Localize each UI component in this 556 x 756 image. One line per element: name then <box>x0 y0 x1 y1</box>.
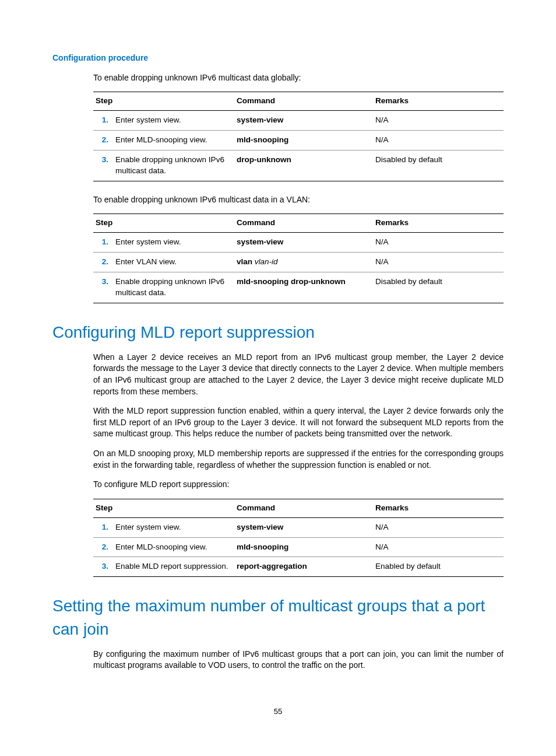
th-command: Command <box>234 214 373 233</box>
heading-max-groups: Setting the maximum number of multicast … <box>52 594 504 640</box>
intro-vlan: To enable dropping unknown IPv6 multicas… <box>93 194 504 206</box>
paragraph: By configuring the maximum number of IPv… <box>93 649 504 671</box>
remarks-text: N/A <box>373 130 504 150</box>
step-desc: Enable dropping unknown IPv6 multicast d… <box>113 272 234 303</box>
remarks-text: N/A <box>373 233 504 253</box>
step-number: 2. <box>93 130 113 150</box>
remarks-text: N/A <box>373 253 504 272</box>
table-row: 1. Enter system view. system-view N/A <box>93 233 504 253</box>
remarks-text: N/A <box>373 517 504 537</box>
th-remarks: Remarks <box>373 92 504 111</box>
intro-global: To enable dropping unknown IPv6 multicas… <box>93 72 504 84</box>
paragraph: On an MLD snooping proxy, MLD membership… <box>93 448 504 471</box>
command-text: mld-snooping <box>234 130 373 150</box>
remarks-text: N/A <box>373 111 504 131</box>
step-desc: Enter system view. <box>113 517 234 537</box>
command-text: system-view <box>234 517 373 537</box>
remarks-text: Enabled by default <box>373 557 504 577</box>
th-step: Step <box>93 92 234 111</box>
step-desc: Enter MLD-snooping view. <box>113 537 234 557</box>
table-row: 1. Enter system view. system-view N/A <box>93 517 504 537</box>
step-number: 3. <box>93 150 113 181</box>
command-text: mld-snooping <box>234 537 373 557</box>
command-text: report-aggregation <box>234 557 373 577</box>
subheading-config-procedure: Configuration procedure <box>52 52 504 64</box>
page-number: 55 <box>52 706 504 717</box>
step-desc: Enter system view. <box>113 233 234 253</box>
step-desc: Enter VLAN view. <box>113 253 234 272</box>
th-remarks: Remarks <box>373 499 504 517</box>
command-text: system-view <box>234 111 373 131</box>
table-row: 2. Enter MLD-snooping view. mld-snooping… <box>93 130 504 150</box>
table-row: 3. Enable dropping unknown IPv6 multicas… <box>93 150 504 181</box>
step-desc: Enter system view. <box>113 111 234 131</box>
paragraph: With the MLD report suppression function… <box>93 405 504 440</box>
command-text: system-view <box>234 233 373 253</box>
heading-mld-suppression: Configuring MLD report suppression <box>52 321 504 344</box>
command-text: vlan vlan-id <box>234 253 373 272</box>
step-desc: Enable MLD report suppression. <box>113 557 234 577</box>
th-step: Step <box>93 214 234 233</box>
table-row: 2. Enter MLD-snooping view. mld-snooping… <box>93 537 504 557</box>
table-row: 1. Enter system view. system-view N/A <box>93 111 504 131</box>
step-number: 1. <box>93 111 113 131</box>
table-row: 2. Enter VLAN view. vlan vlan-id N/A <box>93 253 504 272</box>
intro-suppression-table: To configure MLD report suppression: <box>93 479 504 491</box>
step-desc: Enable dropping unknown IPv6 multicast d… <box>113 150 234 181</box>
step-number: 3. <box>93 272 113 303</box>
step-number: 1. <box>93 517 113 537</box>
th-step: Step <box>93 499 234 517</box>
table-suppression: Step Command Remarks 1. Enter system vie… <box>93 499 504 578</box>
step-number: 2. <box>93 537 113 557</box>
remarks-text: N/A <box>373 537 504 557</box>
table-row: 3. Enable MLD report suppression. report… <box>93 557 504 577</box>
step-number: 1. <box>93 233 113 253</box>
table-vlan: Step Command Remarks 1. Enter system vie… <box>93 214 504 303</box>
th-remarks: Remarks <box>373 214 504 233</box>
table-row: 3. Enable dropping unknown IPv6 multicas… <box>93 272 504 303</box>
command-text: mld-snooping drop-unknown <box>234 272 373 303</box>
step-number: 2. <box>93 253 113 272</box>
th-command: Command <box>234 92 373 111</box>
step-number: 3. <box>93 557 113 577</box>
cmd-bold-part: vlan <box>237 257 252 266</box>
th-command: Command <box>234 499 373 517</box>
cmd-italic-part: vlan-id <box>255 257 278 266</box>
step-desc: Enter MLD-snooping view. <box>113 130 234 150</box>
paragraph: When a Layer 2 device receives an MLD re… <box>93 352 504 397</box>
remarks-text: Disabled by default <box>373 272 504 303</box>
command-text: drop-unknown <box>234 150 373 181</box>
remarks-text: Disabled by default <box>373 150 504 181</box>
table-global: Step Command Remarks 1. Enter system vie… <box>93 92 504 181</box>
